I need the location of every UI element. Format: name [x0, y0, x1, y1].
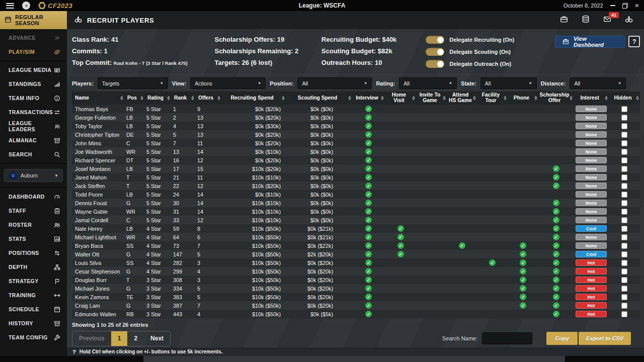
hidden-checkbox[interactable] [621, 260, 627, 266]
check-icon[interactable]: ✓ [365, 131, 372, 138]
cell-interview[interactable]: ✓ [352, 311, 385, 317]
cell-interview[interactable]: ✓ [352, 251, 385, 257]
cell-phone[interactable]: ✓ [508, 285, 538, 292]
cell-name[interactable]: George Fullerton [72, 115, 124, 121]
interest-badge[interactable]: None [576, 208, 607, 215]
sidebar-item-strategy[interactable]: STRATEGY [0, 274, 67, 288]
sidebar-item-roster[interactable]: ROSTER [0, 218, 67, 232]
check-icon[interactable]: ✓ [520, 251, 526, 257]
check-icon[interactable]: ✓ [365, 148, 372, 155]
check-icon[interactable]: ✓ [365, 208, 372, 215]
filter-select-state[interactable]: All ▼ [480, 77, 537, 89]
cell-interview[interactable]: ✓ [352, 225, 385, 232]
check-icon[interactable]: ✓ [553, 234, 559, 240]
cell-scholarship-offer[interactable]: ✓ [538, 251, 574, 257]
toggle-switch[interactable] [426, 48, 444, 56]
cell-scouting-spend[interactable]: $0k ($22k) [286, 243, 352, 249]
interest-badge[interactable]: None [576, 217, 607, 223]
hidden-checkbox[interactable] [621, 174, 627, 180]
interest-badge[interactable]: None [576, 131, 607, 138]
check-icon[interactable]: ✓ [365, 165, 372, 172]
sidebar-item-depth[interactable]: DEPTH [0, 260, 67, 274]
check-icon[interactable]: ✓ [553, 165, 559, 172]
sidebar-item-positions[interactable]: POSITIONS [0, 246, 67, 260]
cell-scholarship-offer[interactable]: ✓ [538, 277, 574, 283]
cell-name[interactable]: Thomas Bays [72, 106, 124, 112]
cell-scouting-spend[interactable]: $2k ($20k) [286, 251, 352, 257]
cell-recruiting-spend[interactable]: $10k ($10k) [221, 217, 286, 223]
check-icon[interactable]: ✓ [365, 277, 372, 283]
cell-scholarship-offer[interactable]: ✓ [538, 285, 574, 292]
check-icon[interactable]: ✓ [365, 183, 372, 189]
cell-name[interactable]: John Mims [72, 140, 124, 146]
cell-name[interactable]: Dennis Foust [72, 200, 124, 206]
check-icon[interactable]: ✓ [365, 311, 372, 317]
check-icon[interactable]: ✓ [553, 311, 559, 317]
cell-interview[interactable]: ✓ [352, 277, 385, 283]
cell-name[interactable]: Douglas Burr [72, 277, 124, 283]
cell-interview[interactable]: ✓ [352, 131, 385, 138]
cell-interview[interactable]: ✓ [352, 234, 385, 240]
cell-phone[interactable]: ✓ [508, 259, 538, 266]
cell-scouting-spend[interactable]: $0k ($21k) [286, 234, 352, 240]
cell-interview[interactable]: ✓ [352, 268, 385, 275]
cell-name[interactable]: Toby Taylor [72, 123, 124, 129]
cell-recruiting-spend[interactable]: $10k ($50k) [221, 303, 286, 309]
team-select-dropdown[interactable]: Auburn ▼ [4, 169, 63, 182]
check-icon[interactable]: ✓ [365, 217, 372, 223]
column-header-scouting-spend[interactable]: Scouting Spend [286, 92, 352, 105]
cell-interview[interactable]: ✓ [352, 157, 385, 163]
sidebar-item-team-info[interactable]: TEAM INFO [0, 91, 67, 105]
table-row[interactable]: Richard Spencer DT 5 Star 16 12 $0k ($20… [72, 156, 640, 164]
check-icon[interactable]: ✓ [553, 242, 559, 249]
interest-badge[interactable]: None [576, 242, 607, 249]
check-icon[interactable]: ✓ [365, 294, 372, 300]
cell-interview[interactable]: ✓ [352, 242, 385, 249]
toggle-delegate-scouting-on-[interactable]: Delegate Scouting (On) [426, 48, 555, 56]
interest-badge[interactable]: None [576, 148, 607, 155]
interest-badge[interactable]: Hot [576, 302, 607, 309]
column-header-interest[interactable]: Interest [574, 92, 609, 105]
cell-facility-tour[interactable]: ✓ [477, 259, 508, 266]
cell-scouting-spend[interactable]: $0k ($0k) [286, 132, 352, 138]
page-next[interactable]: Next [144, 331, 170, 346]
hidden-checkbox[interactable] [621, 277, 627, 283]
interest-badge[interactable]: Hot [576, 311, 607, 317]
cell-recruiting-spend[interactable]: $10k ($50k) [221, 268, 286, 275]
cell-phone[interactable]: ✓ [508, 302, 538, 309]
filter-select-position[interactable]: All ▼ [297, 77, 372, 89]
table-row[interactable]: Michael Lightfoot WR 4 Star 64 6 $10k ($… [72, 233, 640, 241]
table-row[interactable]: Joe Wadsworth WR 5 Star 13 14 $0k ($10k)… [72, 147, 640, 156]
check-icon[interactable]: ✓ [553, 294, 559, 300]
cell-scouting-spend[interactable]: $0k ($0k) [286, 183, 352, 189]
cell-scouting-spend[interactable]: $0k ($20k) [286, 303, 352, 309]
check-icon[interactable]: ✓ [365, 225, 372, 232]
cell-recruiting-spend[interactable]: $10k ($20k) [221, 166, 286, 172]
cell-recruiting-spend[interactable]: $10k ($10k) [221, 174, 286, 180]
cell-scholarship-offer[interactable]: ✓ [538, 268, 574, 275]
sidebar-item-play-sim[interactable]: PLAY/SIM [0, 45, 67, 59]
table-row[interactable]: Michael Jones G 3 Star 334 5 $10k ($50k)… [72, 284, 640, 293]
cell-name[interactable]: Walter Ott [72, 251, 124, 257]
binoculars-toolbar-button[interactable] [625, 15, 633, 25]
check-icon[interactable]: ✓ [365, 302, 372, 309]
close-button[interactable]: × [635, 2, 639, 9]
hidden-checkbox[interactable] [621, 183, 627, 189]
cell-scholarship-offer[interactable]: ✓ [538, 311, 574, 317]
check-icon[interactable]: ✓ [520, 259, 526, 266]
interest-badge[interactable]: None [576, 191, 607, 198]
cell-recruiting-spend[interactable]: $10k ($50k) [221, 277, 286, 283]
interest-badge[interactable]: None [576, 200, 607, 206]
filter-select-distance[interactable]: All ▼ [570, 77, 626, 89]
cell-interview[interactable]: ✓ [352, 217, 385, 223]
cell-interview[interactable]: ✓ [352, 208, 385, 215]
hidden-checkbox[interactable] [621, 251, 627, 257]
cell-scouting-spend[interactable]: $0k ($0k) [286, 209, 352, 215]
cell-home-visit[interactable]: ✓ [385, 225, 416, 232]
sidebar-item-standings[interactable]: STANDINGS [0, 77, 67, 91]
cell-recruiting-spend[interactable]: $10k ($50k) [221, 294, 286, 300]
interest-badge[interactable]: None [576, 157, 607, 163]
column-header-facility-tour[interactable]: Facility Tour [477, 92, 508, 105]
hidden-checkbox[interactable] [621, 123, 627, 129]
sidebar-item-league-media[interactable]: LEAGUE MEDIA [0, 63, 67, 77]
